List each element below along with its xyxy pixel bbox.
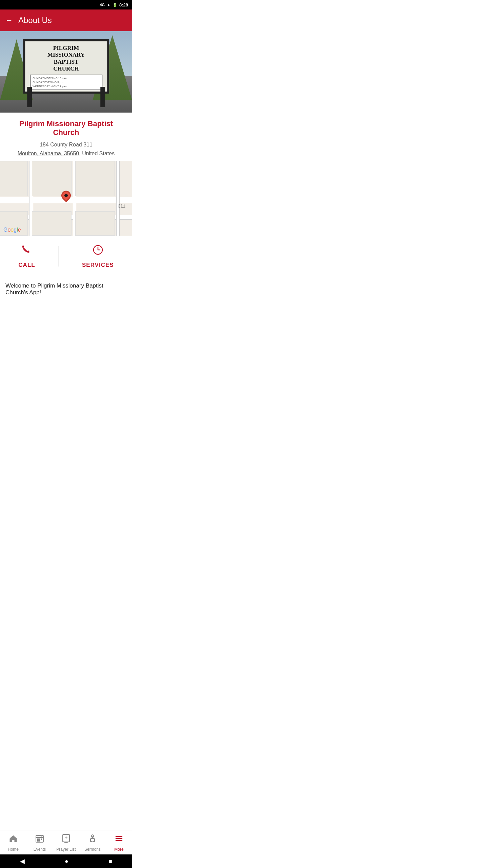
signal-bars: ▲	[107, 3, 110, 7]
services-button[interactable]: SERVICES	[82, 244, 114, 269]
call-button[interactable]: CALL	[18, 244, 35, 269]
sign-text: PILGRIM MISSIONARY BAPTIST CHURCH	[30, 45, 102, 73]
map-block-3	[75, 161, 115, 196]
map-view[interactable]: 311 Google	[0, 161, 132, 236]
call-label: CALL	[18, 262, 35, 269]
map-pin	[61, 191, 71, 200]
map-block-1	[0, 161, 28, 196]
status-bar: 4G ▲ 🔋 8:28	[0, 0, 132, 9]
church-address[interactable]: 184 County Road 311 Moulton, Alabama, 35…	[5, 140, 127, 158]
map-block-6	[75, 211, 115, 236]
address-suffix: , United States	[79, 151, 115, 156]
clock: 8:28	[119, 2, 128, 7]
action-divider	[58, 246, 59, 267]
clock-icon	[92, 244, 104, 259]
map-road-v3	[116, 161, 120, 236]
sign-board: PILGRIM MISSIONARY BAPTIST CHURCH SUNDAY…	[23, 39, 109, 94]
address-line2-link[interactable]: Moulton, Alabama, 35650	[18, 151, 79, 156]
google-logo: Google	[3, 227, 21, 233]
battery-icon: 🔋	[113, 3, 117, 7]
action-row: CALL SERVICES	[0, 236, 132, 274]
address-line1-link[interactable]: 184 County Road 311	[40, 142, 93, 147]
map-pin-dot	[64, 194, 68, 197]
church-image: PILGRIM MISSIONARY BAPTIST CHURCH SUNDAY…	[0, 31, 132, 113]
welcome-section: Welcome to Pilgrim Missionary Baptist Ch…	[0, 274, 132, 304]
phone-icon	[21, 244, 33, 259]
map-block-5	[32, 211, 72, 236]
sign-schedule: SUNDAY MORNING 10 a.m. SUNDAY EVENING 5 …	[30, 75, 102, 90]
network-indicator: 4G	[100, 3, 105, 7]
sign-post-right	[100, 87, 105, 107]
church-sign-container: PILGRIM MISSIONARY BAPTIST CHURCH SUNDAY…	[23, 39, 109, 94]
page-title: About Us	[18, 16, 52, 25]
page-header: ← About Us	[0, 9, 132, 31]
back-button[interactable]: ←	[5, 16, 13, 25]
church-name: Pilgrim Missionary Baptist Church	[5, 119, 127, 137]
church-info: Pilgrim Missionary Baptist Church 184 Co…	[0, 113, 132, 161]
map-road-label: 311	[118, 203, 125, 209]
welcome-text: Welcome to Pilgrim Missionary Baptist Ch…	[5, 282, 127, 296]
services-label: SERVICES	[82, 262, 114, 269]
sign-post-left	[27, 87, 32, 107]
